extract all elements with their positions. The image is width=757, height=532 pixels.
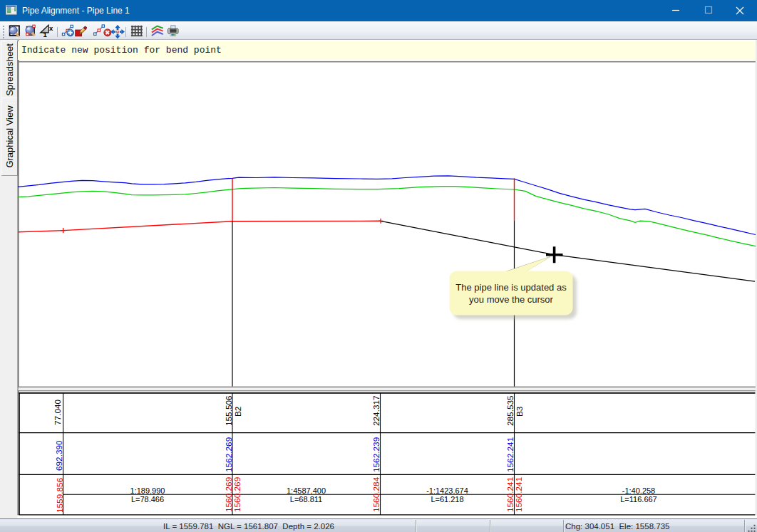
svg-text:L=78.466: L=78.466 bbox=[131, 495, 164, 504]
svg-text:x: x bbox=[49, 24, 53, 32]
svg-text:you move the cursor: you move the cursor bbox=[469, 294, 553, 305]
svg-text:-1:1423.674: -1:1423.674 bbox=[426, 486, 468, 495]
svg-text:L=116.667: L=116.667 bbox=[620, 495, 657, 504]
svg-text:1559.856: 1559.856 bbox=[55, 477, 65, 513]
svg-text:224.317: 224.317 bbox=[371, 395, 381, 426]
svg-text:285.535: 285.535 bbox=[505, 395, 515, 426]
svg-text:-1:40.258: -1:40.258 bbox=[622, 486, 655, 495]
svg-text:1560.284: 1560.284 bbox=[371, 476, 381, 512]
svg-text:1560.241: 1560.241 bbox=[514, 477, 524, 512]
svg-text:B2: B2 bbox=[233, 407, 243, 417]
svg-text:L=68.811: L=68.811 bbox=[290, 495, 322, 504]
svg-text:692.390: 692.390 bbox=[54, 440, 64, 471]
svg-text:1560.269: 1560.269 bbox=[232, 477, 242, 512]
svg-text:1562.239: 1562.239 bbox=[371, 437, 381, 472]
svg-text:155.506: 155.506 bbox=[224, 395, 234, 426]
svg-text:B3: B3 bbox=[515, 406, 525, 417]
svg-text:Chg: 304.051 Ele: 1558.735: Chg: 304.051 Ele: 1558.735 bbox=[565, 522, 669, 531]
svg-text:L=61.218: L=61.218 bbox=[431, 495, 463, 504]
svg-text:IL = 1559.781 NGL = 1561.807: IL = 1559.781 NGL = 1561.807 Depth = 2.0… bbox=[163, 522, 334, 531]
svg-text:1562.241: 1562.241 bbox=[505, 437, 515, 472]
svg-text:1:189.990: 1:189.990 bbox=[130, 486, 165, 495]
svg-text:1: 1 bbox=[43, 31, 48, 38]
svg-text:77.040: 77.040 bbox=[53, 399, 63, 425]
svg-text:1:4587.400: 1:4587.400 bbox=[287, 486, 326, 495]
svg-text:1562.269: 1562.269 bbox=[224, 437, 234, 472]
svg-text:The pipe line is updated as: The pipe line is updated as bbox=[455, 282, 567, 293]
